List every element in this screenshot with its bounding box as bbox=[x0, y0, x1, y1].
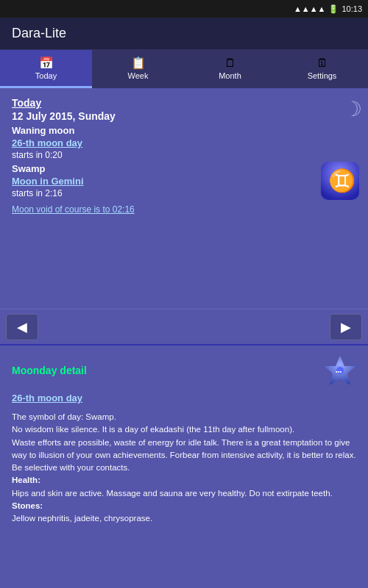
gemini-icon: ♊ bbox=[321, 162, 359, 200]
tab-bar: 📅 Today 📋 Week 🗒 Month 🗓 Settings bbox=[0, 50, 368, 88]
today-date: 12 July 2015, Sunday bbox=[12, 110, 356, 122]
moonday-detail-title: Moonday detail bbox=[12, 365, 87, 376]
tab-week[interactable]: 📋 Week bbox=[92, 50, 184, 88]
time-display: 10:13 bbox=[342, 4, 362, 13]
today-tab-icon: 📅 bbox=[39, 56, 54, 70]
svg-text:♊: ♊ bbox=[328, 168, 356, 194]
moon-crescent-icon: ☽ bbox=[344, 97, 362, 121]
detail-header: Moonday detail ••• bbox=[12, 354, 356, 387]
prev-arrow-icon: ◀ bbox=[17, 319, 27, 335]
app-title: Dara-Lite bbox=[12, 26, 66, 41]
detail-section: Moonday detail ••• 26-th moon day The sy… bbox=[0, 345, 368, 588]
snowflake-icon: ••• bbox=[324, 354, 356, 387]
nav-arrows-top: ◀ ▶ bbox=[0, 309, 368, 344]
week-tab-icon: 📋 bbox=[131, 56, 146, 70]
waste-line: Waste efforts are possible, waste of ene… bbox=[12, 438, 356, 473]
battery-icon: 🔋 bbox=[328, 4, 339, 14]
tab-month[interactable]: 🗒 Month bbox=[184, 50, 276, 88]
starts-in-2: starts in 2:16 bbox=[12, 188, 356, 198]
status-icons: ▲▲▲▲ 🔋 10:13 bbox=[294, 4, 362, 14]
stones-text: Jellow nephritis, jadeite, chrysoprase. bbox=[12, 514, 152, 523]
moon-sign-link[interactable]: Moon in Gemini bbox=[12, 176, 356, 187]
moon-day-link-top[interactable]: 26-th moon day bbox=[12, 137, 356, 148]
next-button-top[interactable]: ▶ bbox=[330, 314, 362, 340]
svg-text:•••: ••• bbox=[336, 368, 342, 375]
symbol-line: The symbol of day: Swamp. bbox=[12, 412, 116, 421]
swamp-text: Swamp bbox=[12, 163, 356, 174]
status-bar: ▲▲▲▲ 🔋 10:13 bbox=[0, 0, 368, 18]
today-tab-label: Today bbox=[35, 71, 57, 80]
signal-icon: ▲▲▲▲ bbox=[294, 4, 326, 13]
settings-tab-label: Settings bbox=[308, 71, 337, 80]
moon-day-detail-link[interactable]: 26-th moon day bbox=[12, 392, 356, 404]
tab-today[interactable]: 📅 Today bbox=[0, 50, 92, 88]
wisdom-line: No wisdom like silence. It is a day of e… bbox=[12, 425, 294, 434]
void-of-course-text[interactable]: Moon void of course is to 02:16 bbox=[12, 204, 356, 215]
starts-in-1: starts in 0:20 bbox=[12, 150, 356, 160]
waning-moon-text: Waning moon bbox=[12, 125, 356, 136]
next-arrow-icon: ▶ bbox=[341, 319, 351, 335]
title-bar: Dara-Lite bbox=[0, 18, 368, 50]
month-tab-label: Month bbox=[219, 71, 241, 80]
week-tab-label: Week bbox=[128, 71, 149, 80]
month-tab-icon: 🗒 bbox=[224, 57, 236, 70]
health-label: Health: bbox=[12, 476, 40, 484]
health-text: Hips and skin are active. Massage and sa… bbox=[12, 489, 333, 498]
settings-tab-icon: 🗓 bbox=[316, 57, 328, 70]
today-heading: Today bbox=[12, 97, 356, 109]
prev-button-top[interactable]: ◀ bbox=[6, 314, 38, 340]
stones-label: Stones: bbox=[12, 501, 43, 510]
main-content: ☽ Today 12 July 2015, Sunday Waning moon… bbox=[0, 88, 368, 309]
tab-settings[interactable]: 🗓 Settings bbox=[276, 50, 368, 88]
detail-text: The symbol of day: Swamp. No wisdom like… bbox=[12, 411, 356, 525]
